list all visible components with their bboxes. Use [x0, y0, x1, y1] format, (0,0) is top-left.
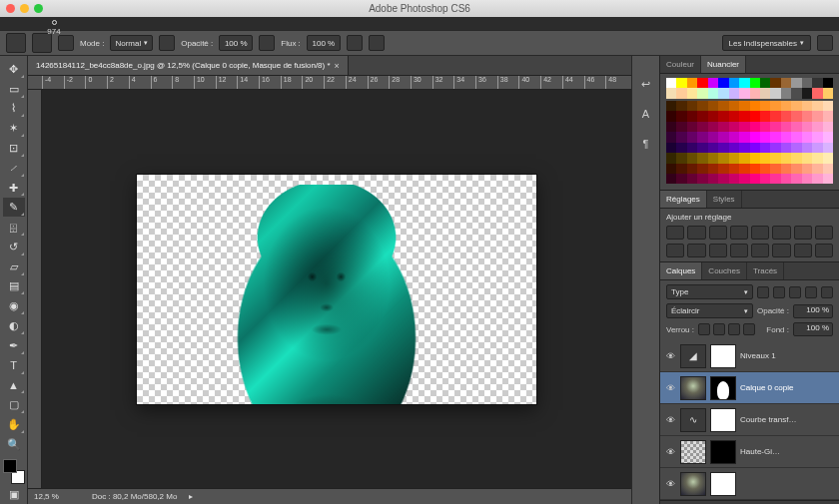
canvas-viewport[interactable]: [42, 90, 631, 488]
adj-channelmixer-icon[interactable]: [687, 244, 705, 257]
swatch[interactable]: [802, 143, 812, 153]
zoom-tool-icon[interactable]: 🔍: [3, 435, 25, 454]
swatch[interactable]: [812, 122, 822, 132]
healing-brush-tool-icon[interactable]: ✚: [3, 179, 25, 198]
adj-hue-icon[interactable]: [772, 226, 790, 240]
swatch[interactable]: [729, 174, 739, 184]
adj-colorbalance-icon[interactable]: [794, 226, 812, 240]
layer-opacity-input[interactable]: 100 %: [793, 304, 833, 318]
status-menu-icon[interactable]: ▸: [189, 492, 193, 501]
swatch[interactable]: [666, 153, 676, 163]
swatch[interactable]: [729, 101, 739, 111]
swatch[interactable]: [676, 101, 686, 111]
swatch[interactable]: [760, 153, 770, 163]
visibility-toggle-icon[interactable]: 👁: [664, 414, 676, 426]
swatch[interactable]: [781, 101, 791, 111]
layer-name[interactable]: Niveaux 1: [740, 351, 835, 360]
swatch[interactable]: [718, 122, 728, 132]
foreground-color-swatch[interactable]: [3, 459, 17, 473]
swatch[interactable]: [750, 132, 760, 142]
close-tab-icon[interactable]: ×: [335, 61, 340, 71]
swatch[interactable]: [708, 101, 718, 111]
swatch[interactable]: [708, 174, 718, 184]
swatch[interactable]: [791, 174, 801, 184]
layer-row[interactable]: 👁 ∿ Courbe transf…: [660, 404, 839, 436]
swatch[interactable]: [802, 153, 812, 163]
swatch[interactable]: [781, 122, 791, 132]
ruler-horizontal[interactable]: -4-2024681012141618202224262830323436384…: [28, 76, 631, 90]
swatch[interactable]: [666, 88, 676, 98]
eyedropper-tool-icon[interactable]: ⟋: [3, 159, 25, 178]
gradient-tool-icon[interactable]: ▤: [3, 277, 25, 296]
eraser-tool-icon[interactable]: ▱: [3, 257, 25, 276]
swatch[interactable]: [718, 132, 728, 142]
swatch[interactable]: [823, 143, 833, 153]
swatch[interactable]: [770, 111, 780, 121]
tab-color[interactable]: Couleur: [660, 56, 701, 73]
swatch[interactable]: [687, 132, 697, 142]
layer-thumb-image[interactable]: [680, 376, 706, 400]
doc-size-info[interactable]: Doc : 80,2 Mo/580,2 Mo: [92, 492, 177, 501]
swatch[interactable]: [791, 88, 801, 98]
swatch[interactable]: [676, 132, 686, 142]
opacity-input[interactable]: 100 %: [219, 35, 253, 51]
swatch[interactable]: [718, 88, 728, 98]
swatch[interactable]: [708, 78, 718, 88]
swatch[interactable]: [666, 122, 676, 132]
layer-mask-thumb[interactable]: [710, 440, 736, 464]
tab-styles[interactable]: Styles: [707, 191, 742, 208]
swatch[interactable]: [687, 143, 697, 153]
swatch[interactable]: [823, 122, 833, 132]
swatch[interactable]: [791, 153, 801, 163]
swatch[interactable]: [812, 101, 822, 111]
adj-threshold-icon[interactable]: [772, 244, 790, 257]
swatch[interactable]: [781, 88, 791, 98]
swatch[interactable]: [802, 88, 812, 98]
zoom-level[interactable]: 12,5 %: [34, 492, 80, 501]
swatch[interactable]: [687, 78, 697, 88]
layer-mask-thumb[interactable]: [710, 408, 736, 432]
move-tool-icon[interactable]: ✥: [3, 60, 25, 79]
layer-mask-thumb[interactable]: [710, 344, 736, 368]
swatch[interactable]: [697, 101, 707, 111]
layer-row[interactable]: 👁: [660, 468, 839, 500]
lock-transparency-icon[interactable]: [698, 323, 710, 335]
swatch[interactable]: [770, 153, 780, 163]
pen-tool-icon[interactable]: ✒: [3, 336, 25, 355]
swatch[interactable]: [729, 143, 739, 153]
layer-row[interactable]: 👁 Haute-Gi…: [660, 436, 839, 468]
layer-name[interactable]: Calque 0 copie: [740, 383, 835, 392]
swatch[interactable]: [697, 164, 707, 174]
swatch[interactable]: [676, 122, 686, 132]
swatch[interactable]: [676, 153, 686, 163]
swatch[interactable]: [791, 101, 801, 111]
swatch[interactable]: [812, 174, 822, 184]
swatch[interactable]: [760, 88, 770, 98]
airbrush-icon[interactable]: [347, 35, 363, 51]
swatch[interactable]: [812, 78, 822, 88]
swatch[interactable]: [666, 164, 676, 174]
character-panel-icon[interactable]: A: [638, 106, 654, 122]
swatch[interactable]: [770, 101, 780, 111]
adj-colorlookup-icon[interactable]: [709, 244, 727, 257]
swatch[interactable]: [770, 88, 780, 98]
swatch[interactable]: [770, 122, 780, 132]
document-canvas[interactable]: [137, 175, 536, 404]
swatch[interactable]: [718, 143, 728, 153]
swatch[interactable]: [676, 164, 686, 174]
swatch[interactable]: [750, 143, 760, 153]
swatch[interactable]: [666, 143, 676, 153]
swatch[interactable]: [760, 174, 770, 184]
brush-preset-picker[interactable]: 974: [32, 33, 52, 53]
swatch[interactable]: [770, 174, 780, 184]
swatch[interactable]: [750, 111, 760, 121]
app-menubar[interactable]: [0, 17, 839, 30]
adj-levels-icon[interactable]: [687, 226, 705, 240]
swatch[interactable]: [781, 143, 791, 153]
filter-adjust-icon[interactable]: [773, 286, 785, 298]
adj-gradientmap-icon[interactable]: [815, 244, 833, 257]
workspace-switcher[interactable]: Les Indispensables: [722, 35, 812, 51]
flow-input[interactable]: 100 %: [307, 35, 341, 51]
fill-input[interactable]: 100 %: [793, 322, 833, 336]
filter-shape-icon[interactable]: [805, 286, 817, 298]
